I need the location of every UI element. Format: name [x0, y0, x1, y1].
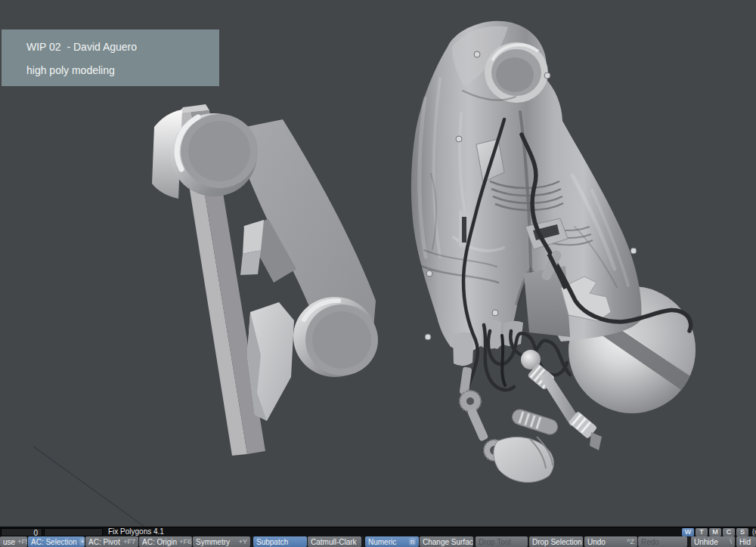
annotation-subtitle: high poly modeling — [26, 64, 115, 76]
toolbar-button-label: Hid — [739, 538, 751, 546]
toolbar-button-use[interactable]: use+F5 — [0, 536, 27, 547]
toolbar-button-label: Numeric — [368, 538, 396, 546]
toolbar-button-catmull-clark[interactable]: Catmull-Clark — [308, 536, 361, 547]
toolbar-button-label: use — [3, 538, 15, 546]
toolbar-button-label: Drop Tool — [479, 538, 511, 546]
toolbar-button-shortcut: \ — [730, 538, 732, 545]
shoulder-ring — [485, 42, 548, 103]
toolbar-button-label: Undo — [587, 538, 606, 546]
toolbar-button-shortcut: +F8 — [79, 538, 85, 545]
vertex-map-mode-buttons: WTMCS — [682, 528, 748, 536]
toolbar-button-drop-tool[interactable]: Drop Tool — [476, 536, 528, 547]
vmap-mode-w[interactable]: W — [682, 528, 694, 536]
grid-size-field[interactable]: 0 — [1, 528, 42, 536]
toolbar-button-label: Change Surface — [423, 538, 473, 546]
last-command-label: Fix Polygons 4.1 — [108, 527, 164, 536]
modeler-window: WIP 02 - David Aguero high poly modeling… — [0, 0, 756, 547]
toolbar-button-shortcut: +F5 — [17, 538, 27, 545]
status-bar: 0 Fix Polygons 4.1 WTMCS (n — [0, 527, 756, 536]
toolbar-button-shortcut: +F6 — [179, 538, 191, 545]
toolbar-button-label: Unhide — [694, 538, 718, 546]
vertex-map-selector[interactable]: (n — [752, 528, 756, 536]
toolbar-button-label: Symmetry — [196, 538, 230, 546]
annotation-title: WIP 02 - David Aguero — [26, 41, 137, 53]
toolbar-button-symmetry[interactable]: Symmetry+Y — [193, 536, 250, 547]
finger-ribbed — [510, 407, 559, 436]
vmap-mode-m[interactable]: M — [709, 528, 721, 536]
toolbar-button-label: AC: Selection — [31, 538, 77, 546]
toolbar-button-ac-origin[interactable]: AC: Origin+F6 — [139, 536, 192, 547]
toolbar-button-undo[interactable]: Undo^Z — [584, 536, 637, 547]
left-model-lowpoly — [152, 104, 378, 456]
toolbar-button-hid[interactable]: Hid — [736, 536, 756, 547]
toolbar-button-label: AC: Pivot — [88, 538, 120, 546]
info-field[interactable] — [44, 528, 103, 536]
toolbar-button-label: Drop Selection — [532, 538, 582, 546]
toolbar-button-label: Subpatch — [256, 538, 288, 546]
toolbar-button-label: Redo — [641, 538, 659, 546]
toolbar-button-shortcut: ^Z — [627, 538, 634, 545]
toolbar-button-redo[interactable]: Redo — [638, 536, 687, 547]
modeler-toolbar: use+F5AC: Selection+F8AC: Pivot+F7AC: Or… — [0, 536, 756, 547]
vmap-mode-s[interactable]: S — [736, 528, 748, 536]
toolbar-button-unhide[interactable]: Unhide\ — [691, 536, 735, 547]
wip-annotation-box: WIP 02 - David Aguero high poly modeling — [2, 29, 219, 86]
toolbar-button-change-surface[interactable]: Change Surfaceq — [420, 536, 473, 547]
vmap-mode-c[interactable]: C — [723, 528, 735, 536]
right-model-highpoly — [411, 21, 715, 483]
toolbar-button-label: Catmull-Clark — [311, 538, 357, 546]
toolbar-button-subpatch[interactable]: Subpatch — [253, 536, 307, 547]
toolbar-button-shortcut: n — [409, 538, 416, 545]
toolbar-button-ac-selection[interactable]: AC: Selection+F8 — [28, 536, 85, 547]
toolbar-button-label: AC: Origin — [142, 538, 177, 546]
grid-edge-line — [33, 447, 144, 527]
toolbar-button-drop-selection[interactable]: Drop Selection/ — [529, 536, 583, 547]
toolbar-button-ac-pivot[interactable]: AC: Pivot+F7 — [85, 536, 138, 547]
toolbar-button-shortcut: +Y — [239, 538, 247, 545]
perspective-viewport[interactable]: WIP 02 - David Aguero high poly modeling — [0, 0, 756, 527]
vmap-mode-t[interactable]: T — [696, 528, 708, 536]
toolbar-button-shortcut: +F7 — [123, 538, 135, 545]
toolbar-button-numeric[interactable]: Numericn — [365, 536, 419, 547]
